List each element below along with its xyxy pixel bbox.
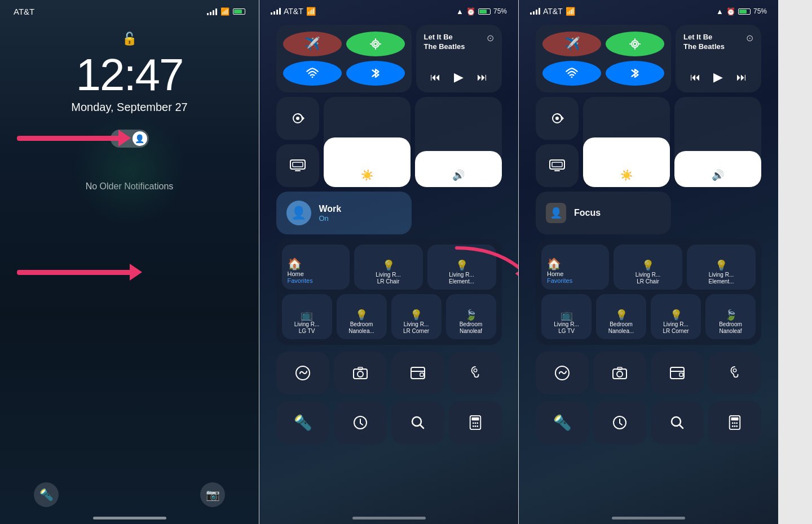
airplay-icon-2[interactable]: ⊙ [746, 33, 753, 43]
control-center-grid: ✈️ [276, 25, 502, 444]
svg-point-50 [736, 425, 738, 427]
prev-button-2[interactable]: ⏮ [690, 72, 700, 83]
shazam-button[interactable] [276, 352, 329, 394]
battery-icon-2 [738, 8, 751, 15]
calculator-button[interactable] [449, 401, 502, 444]
svg-point-14 [474, 369, 477, 372]
home-main-button[interactable]: 🏠 Home Favorites [282, 245, 350, 290]
focus-icon: 👤 [286, 201, 311, 225]
wifi-button-2[interactable] [542, 61, 601, 86]
control-center-panel-after: AT&T 📶 ▲ ⏰ 75% ✈️ [519, 0, 778, 524]
control-center-panel-before: AT&T 📶 ▲ ⏰ 75% ✈️ [259, 0, 519, 524]
screen-time-button[interactable] [334, 401, 387, 444]
home-main-button-2[interactable]: 🏠 Home Favorites [541, 245, 609, 290]
home-item-lr-chair[interactable]: 💡 Living R...LR Chair [354, 245, 423, 290]
bluetooth-button[interactable] [346, 61, 405, 86]
home-item-lr-element[interactable]: 💡 Living R...Element... [427, 245, 496, 290]
home-item-bedroom-nano[interactable]: 💡 BedroomNanolea... [337, 294, 387, 339]
music-artist-2: The Beatles [683, 42, 725, 52]
volume-slider[interactable]: 🔊 [415, 97, 502, 187]
carrier-label-2: AT&T [543, 7, 563, 16]
hearing-button-2[interactable] [708, 352, 761, 394]
home-item-corner-name-2: Living R...LR Corner [663, 321, 689, 335]
arrow-shaft [17, 136, 118, 141]
home-section-2: 🏠 Home Favorites 💡 Living R...LR Chair 💡… [536, 239, 761, 345]
magnifier-button[interactable] [391, 401, 444, 444]
cellular-button-2[interactable] [606, 32, 664, 56]
focus-work-button[interactable]: 👤 Work On [276, 192, 412, 234]
volume-slider-2[interactable]: 🔊 [674, 97, 761, 187]
lock-bottom-bar: 🔦 📷 [0, 482, 259, 507]
screen-mirror-button[interactable] [276, 144, 319, 187]
home-item-lgtv-2[interactable]: 📺 Living R...LG TV [541, 294, 592, 339]
magnifier-button-2[interactable] [651, 401, 704, 444]
wifi-button[interactable] [283, 61, 342, 86]
home-item-corner-name: Living R...LR Corner [403, 321, 429, 335]
shazam-button-2[interactable] [536, 352, 589, 394]
brightness-icon-2: ☀️ [620, 169, 633, 181]
light-icon-4: 💡 [410, 309, 422, 321]
calculator-button-2[interactable] [708, 401, 761, 444]
lock-date: Monday, September 27 [71, 101, 187, 114]
home-item-lgtv[interactable]: 📺 Living R...LG TV [282, 294, 332, 339]
rotation-lock-button[interactable] [276, 97, 319, 140]
home-item-lr-corner[interactable]: 💡 Living R...LR Corner [391, 294, 442, 339]
wallet-button-2[interactable] [651, 352, 704, 394]
airplay-icon[interactable]: ⊙ [487, 33, 494, 43]
screen-mirror-button-2[interactable] [536, 144, 579, 187]
svg-rect-33 [552, 162, 562, 167]
brightness-slider-2[interactable]: ☀️ [583, 97, 670, 187]
wifi-icon-2: 📶 [566, 7, 575, 16]
music-controls: ⏮ ▶ ⏭ [424, 70, 494, 85]
battery-icon [478, 8, 491, 15]
home-indicator [352, 517, 426, 519]
camera-button[interactable] [334, 352, 387, 394]
home-item-lr-chair-2[interactable]: 💡 Living R...LR Chair [614, 245, 682, 290]
home-item-nanoleaf-name-2: BedroomNanoleaf [719, 321, 742, 335]
camera-button-2[interactable] [593, 352, 646, 394]
cc-status-bar-2: AT&T 📶 ▲ ⏰ 75% [519, 0, 778, 16]
focus-sublabel: On [319, 214, 342, 223]
play-button-2[interactable]: ▶ [713, 70, 723, 85]
hearing-button[interactable] [449, 352, 502, 394]
brightness-slider[interactable]: ☀️ [324, 97, 411, 187]
cc-sliders-group: ☀️ 🔊 [324, 97, 502, 187]
cc-bottom-row-3 [536, 352, 761, 394]
music-controls-2: ⏮ ▶ ⏭ [683, 70, 753, 85]
svg-point-10 [358, 371, 363, 377]
home-item-bedroom-nano-2[interactable]: 💡 BedroomNanolea... [596, 294, 646, 339]
tv-icon-2: 📺 [561, 309, 573, 321]
home-item-bedroom-nanoleaf[interactable]: 🍃 BedroomNanoleaf [446, 294, 496, 339]
airplane-mode-button[interactable]: ✈️ [283, 32, 342, 56]
next-button-2[interactable]: ⏭ [736, 72, 747, 83]
music-info-2: Let It Be The Beatles [683, 33, 725, 52]
focus-icon-2: 👤 [546, 203, 566, 223]
flashlight-button[interactable]: 🔦 [276, 401, 329, 444]
flashlight-button-2[interactable]: 🔦 [536, 401, 589, 444]
lock-time: 12:47 [76, 52, 183, 97]
rotation-lock-button-2[interactable] [536, 97, 579, 140]
music-top-2: Let It Be The Beatles ⊙ [683, 33, 753, 52]
screen-time-button-2[interactable] [593, 401, 646, 444]
home-item-lr-corner-2[interactable]: 💡 Living R...LR Corner [651, 294, 701, 339]
cc-small-buttons-group-2 [536, 97, 579, 187]
airplane-mode-button-2[interactable]: ✈️ [542, 32, 601, 56]
location-icon: ▲ [456, 7, 464, 16]
bluetooth-button-2[interactable] [606, 61, 664, 86]
music-title-2: Let It Be [683, 33, 725, 42]
wallet-button[interactable] [391, 352, 444, 394]
play-button[interactable]: ▶ [454, 70, 464, 85]
home-item-lr-element-2[interactable]: 💡 Living R...Element... [687, 245, 756, 290]
carrier-label: AT&T [14, 7, 34, 16]
person-icon: 👤 [135, 134, 144, 143]
svg-point-22 [472, 425, 474, 427]
focus-label: Work [319, 204, 342, 214]
flashlight-button[interactable]: 🔦 [34, 482, 59, 507]
cellular-button[interactable] [346, 32, 405, 56]
prev-button[interactable]: ⏮ [430, 72, 440, 83]
next-button[interactable]: ⏭ [477, 72, 487, 83]
focus-button-renamed[interactable]: 👤 Focus [536, 192, 671, 234]
camera-button[interactable]: 📷 [200, 482, 225, 507]
arrow-to-focus [17, 264, 142, 281]
home-item-bedroom-nanoleaf-2[interactable]: 🍃 BedroomNanoleaf [705, 294, 756, 339]
